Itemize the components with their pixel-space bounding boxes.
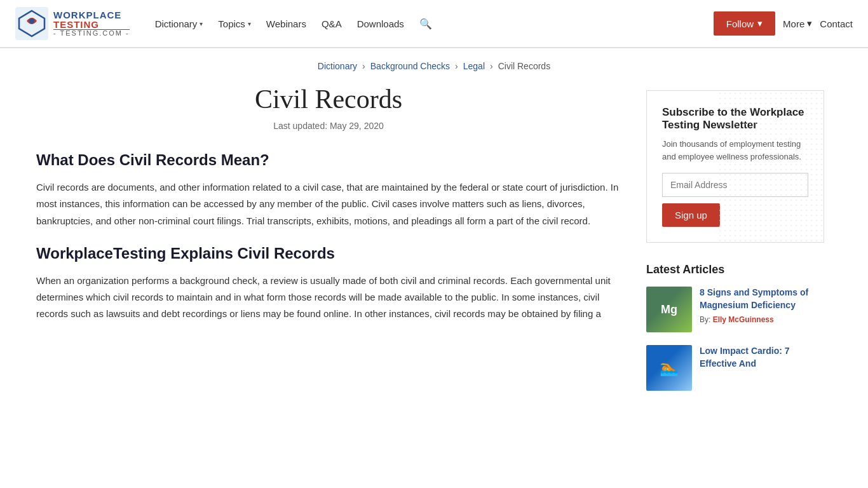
logo[interactable]: WORKPLACE TESTING - TESTING.COM - xyxy=(15,7,130,40)
page-title: Civil Records xyxy=(36,84,621,114)
logo-icon xyxy=(15,7,48,40)
article-info-1: 8 Signs and Symptoms of Magnesium Defici… xyxy=(700,287,824,324)
latest-articles-title: Latest Articles xyxy=(646,263,824,276)
svg-point-2 xyxy=(29,18,34,24)
header-left: WORKPLACE TESTING - TESTING.COM - Dictio… xyxy=(15,7,437,40)
logo-text: WORKPLACE TESTING - TESTING.COM - xyxy=(53,10,130,37)
breadcrumb-sep-3: › xyxy=(490,61,493,71)
signup-button[interactable]: Sign up xyxy=(662,203,720,227)
main-content: Civil Records Last updated: May 29, 2020… xyxy=(36,78,621,403)
nav-dictionary-arrow: ▾ xyxy=(200,20,203,27)
article-item-2: Low Impact Cardio: 7 Effective And xyxy=(646,345,824,391)
breadcrumb-background-checks[interactable]: Background Checks xyxy=(370,61,450,71)
breadcrumb-dictionary[interactable]: Dictionary xyxy=(318,61,357,71)
logo-workplace: WORKPLACE xyxy=(53,10,130,20)
latest-articles: Latest Articles 8 Signs and Symptoms of … xyxy=(646,263,824,391)
breadcrumb-sep-1: › xyxy=(362,61,365,71)
newsletter-title: Subscribe to the Workplace Testing Newsl… xyxy=(662,106,808,132)
email-input[interactable] xyxy=(662,173,808,197)
logo-testing: TESTING xyxy=(53,20,130,29)
section-heading-2: WorkplaceTesting Explains Civil Records xyxy=(36,245,621,262)
follow-button[interactable]: Follow ▾ xyxy=(714,11,775,36)
article-title-2[interactable]: Low Impact Cardio: 7 Effective And xyxy=(700,345,824,370)
nav-topics-label: Topics xyxy=(218,18,245,29)
article-item-1: 8 Signs and Symptoms of Magnesium Defici… xyxy=(646,287,824,332)
nav-downloads[interactable]: Downloads xyxy=(352,16,409,32)
article-author-1: By: Elly McGuinness xyxy=(700,315,824,324)
breadcrumb-legal[interactable]: Legal xyxy=(463,61,485,71)
newsletter-description: Join thousands of employment testing and… xyxy=(662,138,808,163)
article-thumb-2 xyxy=(646,345,692,391)
breadcrumb-current: Civil Records xyxy=(498,61,550,71)
follow-label: Follow xyxy=(726,18,754,29)
more-button[interactable]: More ▾ xyxy=(783,18,812,29)
more-label: More xyxy=(783,18,804,29)
sidebar: Subscribe to the Workplace Testing Newsl… xyxy=(646,78,824,403)
nav-webinars[interactable]: Webinars xyxy=(261,16,311,32)
nav-qa[interactable]: Q&A xyxy=(316,16,347,32)
section-text-1: Civil records are documents, and other i… xyxy=(36,179,621,229)
follow-arrow: ▾ xyxy=(757,18,763,29)
header-right: Follow ▾ More ▾ Contact xyxy=(714,11,853,36)
article-title-1[interactable]: 8 Signs and Symptoms of Magnesium Defici… xyxy=(700,287,824,311)
breadcrumb: Dictionary › Background Checks › Legal ›… xyxy=(0,48,868,78)
more-arrow: ▾ xyxy=(807,18,812,29)
nav-topics[interactable]: Topics ▾ xyxy=(213,16,256,32)
contact-link[interactable]: Contact xyxy=(820,18,853,29)
section-text-2: When an organization performs a backgrou… xyxy=(36,273,621,323)
main-nav: Dictionary ▾ Topics ▾ Webinars Q&A Downl… xyxy=(150,15,437,32)
article-info-2: Low Impact Cardio: 7 Effective And xyxy=(700,345,824,374)
site-header: WORKPLACE TESTING - TESTING.COM - Dictio… xyxy=(0,0,868,48)
article-thumb-1 xyxy=(646,287,692,332)
section-heading-1: What Does Civil Records Mean? xyxy=(36,151,621,169)
nav-topics-arrow: ▾ xyxy=(248,20,251,27)
main-container: Civil Records Last updated: May 29, 2020… xyxy=(21,78,847,403)
breadcrumb-sep-2: › xyxy=(455,61,458,71)
article-author-name-1: Elly McGuinness xyxy=(713,315,774,324)
nav-dictionary-label: Dictionary xyxy=(155,18,198,29)
logo-com: - TESTING.COM - xyxy=(53,29,130,37)
newsletter-box: Subscribe to the Workplace Testing Newsl… xyxy=(646,90,824,243)
search-icon[interactable]: 🔍 xyxy=(414,15,437,32)
nav-dictionary[interactable]: Dictionary ▾ xyxy=(150,16,208,32)
last-updated: Last updated: May 29, 2020 xyxy=(36,121,621,131)
